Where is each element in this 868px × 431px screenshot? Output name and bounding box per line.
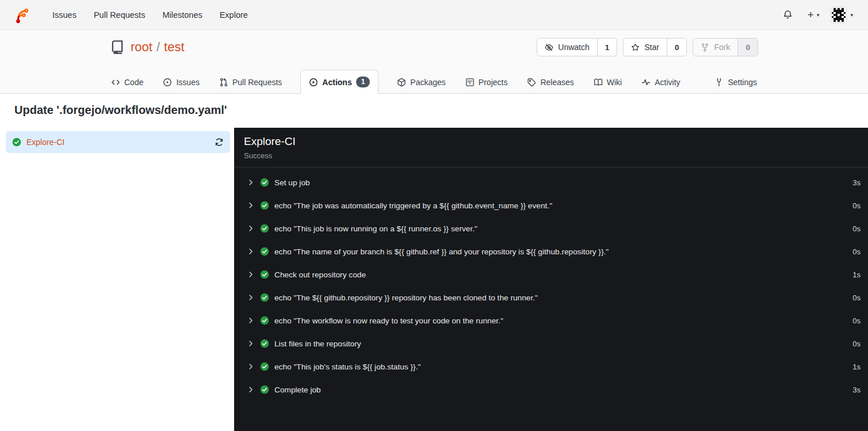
star-icon [631, 43, 640, 52]
job-step-row[interactable]: Complete job 3s [234, 378, 868, 401]
job-step-row[interactable]: echo "This job is now running on a ${{ r… [234, 217, 868, 240]
tab-projects[interactable]: Projects [464, 71, 509, 93]
actions-run-view: Explore-CI Explore-CI Success [0, 128, 868, 431]
job-step-row[interactable]: echo "This job's status is ${{ job.statu… [234, 355, 868, 378]
job-step-row[interactable]: Check out repository code 1s [234, 263, 868, 286]
step-name: Complete job [274, 386, 321, 394]
step-duration: 0s [852, 247, 861, 256]
tab-releases[interactable]: Releases [526, 71, 575, 93]
job-status-text: Success [244, 151, 858, 160]
tools-icon [714, 78, 724, 87]
success-check-icon [260, 362, 269, 371]
sidebar-job-explore-ci[interactable]: Explore-CI [6, 131, 230, 153]
chevron-right-icon[interactable] [247, 247, 255, 255]
bell-icon [783, 10, 793, 20]
nav-link-pull-requests[interactable]: Pull Requests [85, 6, 154, 24]
unwatch-button[interactable]: Unwatch 1 [537, 38, 617, 56]
repo-action-buttons: Unwatch 1 Star 0 [537, 38, 758, 56]
tab-label: Actions [322, 78, 351, 87]
avatar [831, 7, 847, 23]
tab-activity[interactable]: Activity [640, 71, 681, 93]
step-name: echo "The ${{ github.repository }} repos… [274, 293, 538, 302]
tab-label: Activity [655, 78, 680, 87]
issue-icon [163, 78, 172, 87]
notifications-button[interactable] [779, 6, 796, 23]
watch-count[interactable]: 1 [597, 39, 617, 56]
job-step-row[interactable]: Set up job 3s [234, 171, 868, 194]
job-log-header: Explore-CI Success [234, 128, 868, 167]
success-check-icon [12, 138, 21, 147]
refresh-icon [215, 138, 224, 147]
step-name: Set up job [274, 178, 310, 187]
step-duration: 0s [852, 340, 861, 348]
step-duration: 0s [852, 293, 861, 302]
tab-label: Issues [176, 78, 199, 87]
plus-icon: + [808, 11, 814, 19]
rerun-job-button[interactable] [215, 138, 224, 147]
job-step-row[interactable]: echo "The workflow is now ready to test … [234, 309, 868, 332]
tab-pull-requests[interactable]: Pull Requests [218, 71, 283, 93]
pulse-icon [641, 78, 651, 87]
navbar-right: + ▾ ▾ [779, 6, 853, 23]
job-step-row[interactable]: echo "The ${{ github.repository }} repos… [234, 286, 868, 309]
chevron-right-icon[interactable] [247, 363, 255, 371]
chevron-right-icon[interactable] [247, 316, 255, 325]
tab-wiki[interactable]: Wiki [592, 71, 623, 93]
user-menu-button[interactable]: ▾ [831, 7, 853, 23]
nav-link-issues[interactable]: Issues [44, 6, 85, 24]
repo-separator: / [156, 40, 160, 55]
repository-icon [110, 40, 125, 55]
tab-settings[interactable]: Settings [713, 71, 758, 93]
tab-label: Settings [728, 78, 757, 87]
fork-button[interactable]: Fork 0 [693, 38, 758, 56]
fork-count[interactable]: 0 [737, 39, 758, 56]
success-check-icon [260, 178, 269, 187]
tab-label: Code [124, 78, 143, 87]
star-count[interactable]: 0 [667, 39, 687, 56]
tab-code[interactable]: Code [110, 71, 144, 93]
chevron-right-icon[interactable] [247, 224, 255, 232]
step-duration: 1s [852, 363, 861, 371]
step-name: echo "This job's status is ${{ job.statu… [274, 363, 420, 371]
actions-count-badge: 1 [356, 77, 370, 87]
chevron-right-icon[interactable] [247, 270, 255, 279]
forgejo-logo[interactable] [12, 5, 31, 25]
chevron-right-icon[interactable] [247, 201, 255, 209]
star-label: Star [644, 43, 659, 52]
step-duration: 1s [852, 270, 861, 279]
step-name: echo "This job is now running on a ${{ r… [274, 224, 477, 233]
tab-label: Wiki [607, 78, 622, 87]
step-duration: 0s [852, 316, 861, 325]
book-icon [594, 78, 603, 87]
star-button[interactable]: Star 0 [623, 38, 687, 56]
tab-actions[interactable]: Actions 1 [300, 70, 378, 94]
tab-label: Projects [479, 78, 508, 87]
chevron-right-icon[interactable] [247, 386, 255, 394]
chevron-right-icon[interactable] [247, 340, 255, 348]
step-duration: 0s [852, 224, 861, 233]
success-check-icon [260, 339, 269, 348]
job-step-row[interactable]: List files in the repository 0s [234, 332, 868, 355]
tab-packages[interactable]: Packages [396, 71, 446, 93]
success-check-icon [260, 316, 269, 325]
create-new-button[interactable]: + ▾ [804, 7, 823, 22]
chevron-right-icon[interactable] [247, 178, 255, 186]
step-duration: 3s [852, 386, 861, 394]
pull-request-icon [219, 78, 228, 87]
top-navbar: Issues Pull Requests Milestones Explore … [0, 0, 868, 30]
chevron-right-icon[interactable] [247, 293, 255, 302]
identicon-avatar-icon [832, 8, 846, 22]
job-step-row[interactable]: echo "The name of your branch is ${{ git… [234, 240, 868, 263]
repo-owner-link[interactable]: root [131, 40, 152, 55]
package-icon [397, 78, 406, 87]
success-check-icon [260, 385, 269, 394]
nav-link-milestones[interactable]: Milestones [154, 6, 211, 24]
tab-label: Pull Requests [232, 78, 282, 87]
tab-issues[interactable]: Issues [162, 71, 200, 93]
repo-name-link[interactable]: test [164, 40, 184, 55]
job-step-row[interactable]: echo "The job was automatically triggere… [234, 194, 868, 217]
tag-icon [527, 78, 536, 87]
tab-label: Packages [410, 78, 445, 87]
nav-link-explore[interactable]: Explore [211, 6, 257, 24]
tab-label: Releases [540, 78, 573, 87]
